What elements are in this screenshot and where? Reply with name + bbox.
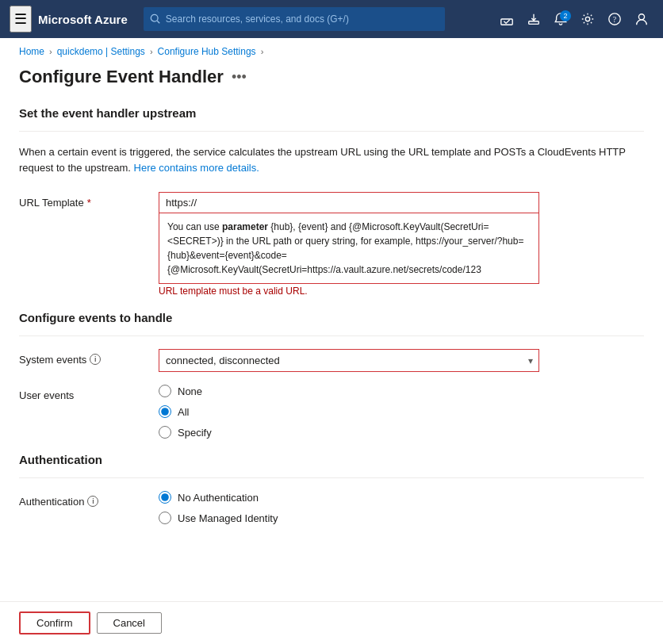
breadcrumb-sep-1: › (49, 47, 52, 56)
required-indicator: * (87, 197, 91, 209)
url-hint-bold: parameter (222, 221, 268, 232)
section1-title: Set the event handler upstream (19, 106, 644, 120)
user-events-all-radio[interactable] (159, 405, 171, 418)
auth-row: Authentication i No Authentication Use M… (19, 491, 644, 524)
search-icon (150, 13, 161, 25)
breadcrumb-settings[interactable]: quickdemo | Settings (57, 46, 145, 57)
svg-point-7 (638, 14, 644, 20)
user-events-row: User events None All Specify (19, 385, 644, 439)
auth-managed-identity[interactable]: Use Managed Identity (159, 512, 278, 524)
auth-no-auth-label: No Authentication (178, 492, 259, 504)
page-header: Configure Event Handler ••• (0, 60, 663, 100)
breadcrumb: Home › quickdemo | Settings › Configure … (0, 38, 663, 60)
section3-divider (19, 477, 644, 478)
auth-label: Authentication i (19, 491, 146, 508)
svg-text:?: ? (613, 15, 616, 24)
system-events-label: System events i (19, 349, 146, 366)
description-text: When a certain event is triggered, the s… (19, 144, 644, 175)
cancel-button[interactable]: Cancel (97, 612, 162, 634)
section3-title: Authentication (19, 453, 644, 466)
breadcrumb-home[interactable]: Home (19, 46, 44, 57)
svg-rect-3 (529, 21, 539, 25)
page-title: Configure Event Handler (19, 67, 224, 87)
user-events-specify-radio[interactable] (159, 426, 171, 439)
url-template-input[interactable] (159, 192, 539, 213)
notification-badge: 2 (560, 10, 571, 21)
system-events-select[interactable]: connected, disconnected connected discon… (159, 349, 539, 372)
breadcrumb-sep-2: › (150, 47, 153, 56)
user-events-none[interactable]: None (159, 385, 212, 397)
svg-point-4 (585, 17, 589, 21)
auth-managed-identity-label: Use Managed Identity (178, 512, 278, 524)
user-events-radio-group: None All Specify (159, 385, 212, 439)
description-link[interactable]: Here contains more details. (134, 162, 259, 174)
svg-point-0 (151, 14, 158, 21)
auth-no-auth-radio[interactable] (159, 491, 171, 504)
help-button[interactable]: ? (603, 9, 627, 29)
search-input[interactable] (166, 13, 439, 25)
gear-icon (581, 12, 595, 26)
cloud-shell-button[interactable] (495, 9, 519, 29)
help-icon: ? (607, 12, 622, 26)
svg-line-1 (157, 21, 159, 23)
cloud-shell-icon (500, 12, 514, 26)
topnav: ☰ Microsoft Azure 2 ? (0, 0, 663, 38)
auth-info-icon[interactable]: i (87, 496, 98, 507)
auth-radio-group: No Authentication Use Managed Identity (159, 491, 278, 524)
notifications-button[interactable]: 2 (549, 9, 573, 29)
breadcrumb-sep-3: › (261, 47, 264, 56)
url-template-row: URL Template * You can use parameter {hu… (19, 192, 644, 297)
section2-title: Configure events to handle (19, 311, 644, 324)
url-form-control: You can use parameter {hub}, {event} and… (159, 192, 539, 297)
section2-divider (19, 335, 644, 336)
url-label: URL Template * (19, 192, 146, 209)
url-hint-box: You can use parameter {hub}, {event} and… (159, 213, 539, 284)
system-events-info-icon[interactable]: i (90, 354, 101, 365)
upload-icon (527, 12, 541, 26)
section1-divider (19, 131, 644, 132)
user-events-all-label: All (178, 406, 189, 418)
breadcrumb-hub-settings[interactable]: Configure Hub Settings (158, 46, 256, 57)
user-events-none-radio[interactable] (159, 385, 171, 397)
more-options-icon[interactable]: ••• (232, 69, 247, 86)
user-events-all[interactable]: All (159, 405, 212, 418)
topnav-icons: 2 ? (495, 9, 653, 29)
system-events-select-wrapper: connected, disconnected connected discon… (159, 349, 539, 372)
upload-button[interactable] (522, 9, 546, 29)
search-box[interactable] (144, 7, 445, 31)
description-static: When a certain event is triggered, the s… (19, 146, 626, 174)
user-events-none-label: None (178, 385, 202, 397)
user-events-specify[interactable]: Specify (159, 426, 212, 439)
user-events-specify-label: Specify (178, 427, 212, 439)
auth-no-auth[interactable]: No Authentication (159, 491, 278, 504)
hamburger-menu-button[interactable]: ☰ (10, 6, 32, 33)
user-events-label: User events (19, 385, 146, 401)
auth-managed-identity-radio[interactable] (159, 512, 171, 524)
url-hint-prefix: You can use (167, 221, 222, 232)
app-title: Microsoft Azure (38, 13, 128, 26)
user-icon (634, 12, 649, 26)
main-content: Set the event handler upstream When a ce… (0, 106, 663, 600)
settings-button[interactable] (576, 9, 600, 29)
system-events-row: System events i connected, disconnected … (19, 349, 644, 372)
url-error-message: URL template must be a valid URL. (159, 286, 539, 297)
confirm-button[interactable]: Confirm (19, 611, 90, 634)
footer: Confirm Cancel (0, 601, 663, 644)
profile-button[interactable] (630, 9, 653, 29)
